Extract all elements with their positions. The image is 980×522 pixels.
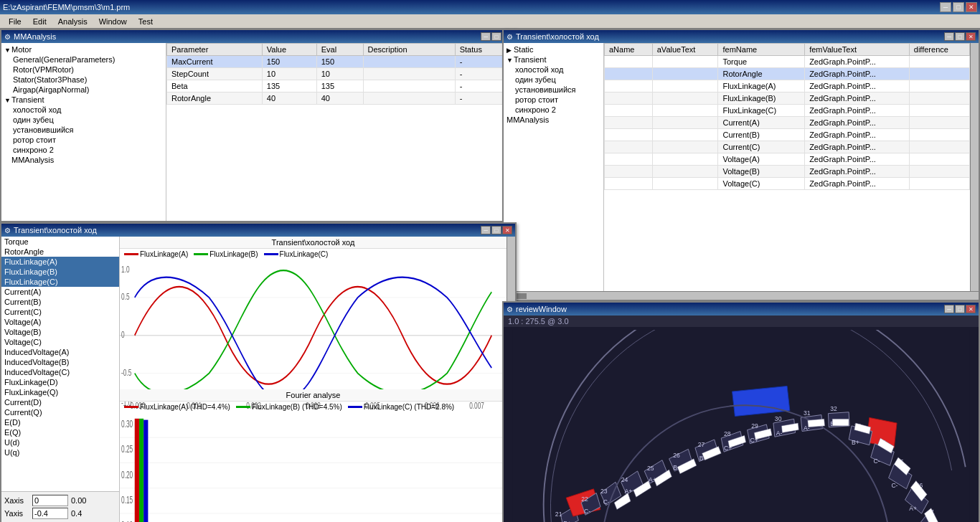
list-item[interactable]: Current(Q) — [1, 407, 119, 417]
mm-minimize-btn[interactable]: ─ — [481, 32, 491, 41]
tree-rotor[interactable]: Rotor(VPMRotor) — [11, 65, 164, 75]
tree-stator[interactable]: Stator(Stator3Phase) — [11, 75, 164, 85]
transient-right-controls[interactable]: ─ □ ✕ — [944, 32, 976, 41]
table-row[interactable]: Current(C)ZedGraph.PointP... — [605, 141, 970, 153]
tr-maximize-btn[interactable]: □ — [955, 32, 965, 41]
tr-rotor-stoit[interactable]: ротор стоит — [514, 95, 602, 105]
table-row[interactable]: FluxLinkage(C)ZedGraph.PointP... — [605, 105, 970, 117]
transient-chart-controls[interactable]: ─ □ ✕ — [481, 226, 512, 234]
table-row[interactable]: Voltage(B)ZedGraph.PointP... — [605, 166, 970, 178]
tr-odin-zubets[interactable]: один зубец — [514, 75, 602, 85]
menu-edit[interactable]: Edit — [27, 16, 52, 27]
list-item[interactable]: FluxLinkage(D) — [1, 377, 119, 387]
title-bar-controls[interactable]: ─ □ ✕ — [940, 2, 977, 12]
list-item[interactable]: RotorAngle — [1, 247, 119, 257]
rw-close-btn[interactable]: ✕ — [966, 305, 976, 313]
list-item[interactable]: InducedVoltage(B) — [1, 357, 119, 367]
list-item[interactable]: InducedVoltage(C) — [1, 367, 119, 377]
list-item[interactable]: U(q) — [1, 447, 119, 457]
table-row[interactable]: RotorAngleZedGraph.PointP... — [605, 68, 970, 80]
minimize-button[interactable]: ─ — [940, 2, 951, 12]
tr-close-btn[interactable]: ✕ — [966, 32, 976, 41]
cell-femvalue: ZedGraph.PointP... — [805, 68, 910, 80]
tree-airgap[interactable]: Airgap(AirgapNormal) — [11, 85, 164, 95]
yaxis-input[interactable] — [32, 508, 68, 519]
mm-analysis-title-bar[interactable]: ⚙ MMAnalysis ─ □ ✕ — [1, 30, 515, 43]
tree-ustanovivshy[interactable]: установившийся — [11, 125, 164, 135]
list-item[interactable]: Voltage(A) — [1, 317, 119, 327]
transient-right-vscroll[interactable] — [970, 43, 979, 291]
tree-transient[interactable]: ▼Transient — [3, 95, 164, 105]
transient-right-title-bar[interactable]: ⚙ Transient\холостой ход ─ □ ✕ — [504, 30, 979, 43]
cell-avalue — [652, 105, 718, 117]
table-row[interactable]: TorqueZedGraph.PointP... — [605, 56, 970, 68]
tr-mmanalysis[interactable]: MMAnalysis — [505, 115, 602, 125]
list-item[interactable]: Current(C) — [1, 307, 119, 317]
menu-file[interactable]: File — [3, 16, 27, 27]
table-row[interactable]: FluxLinkage(B)ZedGraph.PointP... — [605, 92, 970, 105]
tc-maximize-btn[interactable]: □ — [491, 226, 501, 234]
list-item[interactable]: Voltage(B) — [1, 327, 119, 337]
cell-femvalue: ZedGraph.PointP... — [805, 129, 910, 141]
list-item[interactable]: InducedVoltage(A) — [1, 347, 119, 357]
list-item[interactable]: Voltage(C) — [1, 337, 119, 347]
svg-text:0.10: 0.10 — [121, 519, 133, 522]
cell-diff — [909, 178, 969, 190]
tr-sinhrono2[interactable]: синхроно 2 — [514, 105, 602, 115]
list-item[interactable]: FluxLinkage(C) — [1, 277, 119, 287]
review-title-bar[interactable]: ⚙ reviewWindow ─ □ ✕ — [504, 303, 979, 315]
rw-minimize-btn[interactable]: ─ — [944, 305, 954, 313]
table-row[interactable]: Beta135135- — [167, 80, 515, 92]
list-item[interactable]: Current(D) — [1, 397, 119, 407]
tree-sinhrono2[interactable]: синхроно 2 — [11, 145, 164, 155]
list-item[interactable]: U(d) — [1, 437, 119, 447]
menu-window[interactable]: Window — [93, 16, 133, 27]
yaxis-display: 0.4 — [71, 509, 100, 518]
menu-analysis[interactable]: Analysis — [52, 16, 93, 27]
review-controls[interactable]: ─ □ ✕ — [944, 305, 976, 313]
table-row[interactable]: Voltage(C)ZedGraph.PointP... — [605, 178, 970, 190]
transient-right-hscroll[interactable] — [504, 291, 979, 300]
tree-mmanalysis[interactable]: MMAnalysis — [3, 155, 164, 165]
table-row[interactable]: FluxLinkage(A)ZedGraph.PointP... — [605, 80, 970, 92]
tree-motor[interactable]: ▼Motor — [3, 44, 164, 54]
cell-eval: 40 — [316, 92, 363, 105]
tc-minimize-btn[interactable]: ─ — [481, 226, 491, 234]
table-row[interactable]: Current(A)ZedGraph.PointP... — [605, 117, 970, 129]
static-item[interactable]: ▶Static — [505, 44, 602, 54]
list-item[interactable]: E(D) — [1, 417, 119, 427]
svg-text:C-: C- — [891, 482, 897, 489]
tree-odin-zubets[interactable]: один зубец — [11, 115, 164, 125]
table-row[interactable]: Voltage(A)ZedGraph.PointP... — [605, 153, 970, 166]
list-item[interactable]: Current(A) — [1, 287, 119, 297]
tree-rotor-stoit[interactable]: ротор стоит — [11, 135, 164, 145]
tr-ustanovivshy[interactable]: установившийся — [514, 85, 602, 95]
cell-femvalue: ZedGraph.PointP... — [805, 80, 910, 92]
table-row[interactable]: MaxCurrent150150- — [167, 56, 515, 68]
mm-maximize-btn[interactable]: □ — [491, 32, 501, 41]
rw-maximize-btn[interactable]: □ — [955, 305, 965, 313]
table-row[interactable]: Current(B)ZedGraph.PointP... — [605, 129, 970, 141]
menu-test[interactable]: Test — [133, 16, 159, 27]
list-item[interactable]: FluxLinkage(A) — [1, 257, 119, 267]
tree-general[interactable]: General(GeneralParameters) — [11, 54, 164, 65]
svg-text:30: 30 — [775, 415, 782, 422]
transient-chart-title-bar[interactable]: ⚙ Transient\холостой ход ─ □ ✕ — [1, 224, 515, 237]
table-row[interactable]: RotorAngle4040- — [167, 92, 515, 105]
list-item[interactable]: Current(B) — [1, 297, 119, 307]
xaxis-input[interactable] — [32, 495, 68, 506]
list-item[interactable]: FluxLinkage(B) — [1, 267, 119, 277]
maximize-button[interactable]: □ — [953, 2, 964, 12]
list-item[interactable]: E(Q) — [1, 427, 119, 437]
legend-label-fluxA: FluxLinkage(A) — [140, 250, 188, 258]
app-title-bar: E:\zAspirant\FEMM\pmsm\3\m1.prm ─ □ ✕ — [0, 0, 980, 14]
transient-item[interactable]: ▼Transient — [505, 54, 602, 65]
list-item[interactable]: Torque — [1, 237, 119, 247]
table-row[interactable]: StepCount1010- — [167, 68, 515, 80]
tree-holostoy-hod[interactable]: холостой ход — [11, 105, 164, 115]
tc-close-btn[interactable]: ✕ — [502, 226, 512, 234]
tr-holostoy[interactable]: холостой ход — [514, 65, 602, 75]
tr-minimize-btn[interactable]: ─ — [944, 32, 954, 41]
list-item[interactable]: FluxLinkage(Q) — [1, 387, 119, 397]
close-button[interactable]: ✕ — [966, 2, 977, 12]
